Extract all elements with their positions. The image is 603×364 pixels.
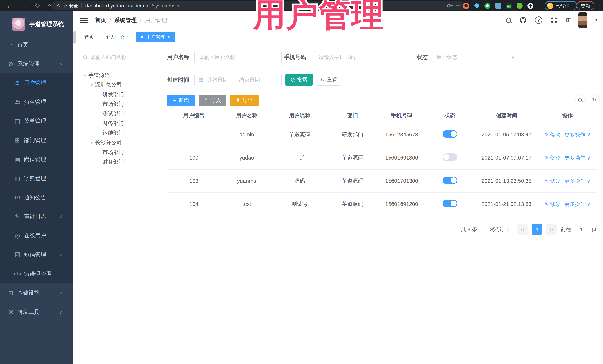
update-button[interactable]: 更新 — [577, 1, 594, 10]
search-button[interactable]: 搜索 — [285, 74, 313, 86]
breadcrumb-separator: / — [109, 17, 111, 23]
status-toggle[interactable] — [442, 177, 457, 184]
more-actions-link[interactable]: 更多操作∨ — [564, 131, 591, 138]
more-actions-link[interactable]: 更多操作∨ — [564, 177, 591, 185]
fullscreen-icon[interactable] — [550, 17, 557, 24]
back-icon[interactable]: ← — [6, 2, 13, 10]
bookmark-star-icon[interactable]: ☆ — [455, 3, 461, 9]
status-toggle[interactable] — [442, 200, 457, 207]
import-button[interactable]: ⇧ 导入 — [199, 95, 226, 106]
sidebar-item-online[interactable]: ◎在线用户 — [0, 226, 73, 245]
more-actions-link[interactable]: 更多操作∨ — [564, 154, 591, 161]
collapse-sidebar-icon[interactable] — [80, 17, 88, 24]
edit-link[interactable]: ✎修改 — [544, 177, 560, 185]
status-select[interactable]: 用户状态 ∨ — [432, 51, 519, 63]
edit-link[interactable]: ✎修改 — [544, 201, 560, 208]
tree-node[interactable]: 财务部门 — [73, 157, 160, 167]
extension-grid-icon[interactable] — [495, 3, 501, 9]
sidebar-item-audit[interactable]: ✎审计日志∨ — [0, 207, 73, 226]
status-toggle[interactable] — [442, 130, 457, 138]
sidebar-item-user[interactable]: 用户管理 — [0, 73, 73, 92]
reset-button[interactable]: ↻ 重置 — [316, 74, 341, 86]
reload-icon[interactable]: ↻ — [35, 2, 40, 10]
address-bar[interactable]: ⚠ 不安全 dashboard.yudao.iocoder.cn /system… — [51, 1, 465, 10]
extensions-puzzle-icon[interactable] — [527, 3, 533, 9]
profile-paused-pill[interactable]: 已暂停 — [545, 1, 577, 10]
sidebar-scrollbar[interactable] — [73, 31, 76, 44]
prev-page-button[interactable]: < — [517, 224, 528, 235]
username-input[interactable] — [199, 54, 277, 60]
chevron-down-icon: ∨ — [587, 132, 591, 138]
extension-orange-icon[interactable] — [463, 3, 469, 9]
edit-icon: ✎ — [544, 201, 548, 207]
github-icon[interactable] — [519, 16, 527, 24]
sidebar-item-label: 研发工具 — [17, 308, 39, 316]
logo-row[interactable]: 芋道管理系统 — [0, 11, 73, 33]
tree-node[interactable]: ▾长沙分公司 — [73, 138, 160, 147]
add-button[interactable]: + 新增 — [167, 95, 195, 106]
sidebar-item-post[interactable]: ▣岗位管理 — [0, 150, 73, 169]
page-size-select[interactable]: 10条/页 ∨ — [481, 224, 513, 235]
refresh-table-button[interactable]: ↻ — [589, 94, 600, 105]
sidebar-item-role[interactable]: 角色管理 — [0, 92, 73, 111]
export-button[interactable]: ⇩ 导出 — [230, 95, 259, 106]
more-actions-link[interactable]: 更多操作∨ — [564, 201, 591, 208]
page-number-button[interactable]: 1 — [532, 224, 542, 235]
breadcrumb-home[interactable]: 首页 — [95, 16, 106, 24]
update-label: 更新 — [580, 2, 591, 9]
sidebar-item-notice[interactable]: ✉通知公告 — [0, 188, 73, 207]
tab-2[interactable]: 个人中心× — [101, 32, 134, 42]
tree-node[interactable]: 研发部门 — [73, 90, 160, 99]
tree-node[interactable]: 测试部门 — [73, 109, 160, 119]
font-size-icon[interactable]: tT — [566, 17, 570, 23]
row-actions: ✎修改更多操作∨ — [538, 131, 597, 138]
extension-leaf-icon[interactable] — [517, 3, 523, 9]
extension-gem-icon[interactable] — [474, 3, 480, 9]
sidebar-item-devtools[interactable]: ⚒研发工具∨ — [0, 302, 73, 321]
mobile-label: 手机号码 — [284, 51, 306, 63]
sidebar-item-infra[interactable]: ⊡基础设施∨ — [0, 283, 73, 302]
status-toggle[interactable] — [442, 154, 457, 161]
sidebar-item-dict[interactable]: ▥字典管理 — [0, 169, 73, 188]
tree-node[interactable]: ▾芋道源码 — [73, 70, 160, 80]
browser-menu-icon[interactable]: ⋮ — [597, 3, 603, 10]
edit-link[interactable]: ✎修改 — [544, 131, 560, 138]
extension-switch-icon[interactable] — [506, 3, 512, 9]
show-search-button[interactable] — [574, 94, 586, 105]
next-page-button[interactable]: > — [546, 224, 557, 235]
goto-page-input[interactable] — [575, 224, 587, 235]
help-icon[interactable]: ? — [535, 16, 542, 24]
sidebar-item-system[interactable]: ⚙系统管理∧ — [0, 54, 73, 73]
date-range-picker[interactable]: ▦ 开始日期 - 结束日期 — [195, 74, 282, 86]
breadcrumb-system[interactable]: 系统管理 — [114, 16, 137, 24]
tree-node[interactable]: 市场部门 — [73, 147, 160, 157]
column-header: 创建时间 — [475, 112, 538, 119]
extension-green-icon[interactable] — [485, 3, 490, 9]
sidebar-item-menu[interactable]: ▤菜单管理 — [0, 111, 73, 131]
avatar-caret-icon[interactable]: ▾ — [595, 18, 597, 22]
sidebar-item-errcode[interactable]: </>错误码管理 — [0, 264, 73, 283]
edit-link[interactable]: ✎修改 — [544, 154, 560, 161]
chevron-down-icon: ∨ — [587, 155, 591, 161]
tab-1[interactable]: 首页 — [80, 32, 99, 42]
close-icon[interactable]: × — [168, 34, 171, 40]
sidebar-item-sms[interactable]: ☑短信管理∨ — [0, 245, 73, 264]
sidebar-item-home[interactable]: ◔首页 — [0, 35, 73, 54]
user-avatar[interactable] — [578, 12, 587, 28]
tree-node[interactable]: 运维部门 — [73, 128, 160, 138]
dashboard-icon: ◔ — [7, 41, 15, 48]
tree-node[interactable]: 市场部门 — [73, 99, 160, 109]
sidebar-item-dept[interactable]: ⊞部门管理 — [0, 131, 73, 150]
security-label[interactable]: 不安全 — [64, 3, 78, 9]
tree-node[interactable]: 财务部门 — [73, 119, 160, 128]
home-icon[interactable]: ⌂ — [47, 2, 52, 10]
close-icon[interactable]: × — [127, 34, 130, 40]
key-icon[interactable] — [447, 4, 450, 7]
forward-icon[interactable]: → — [20, 2, 27, 10]
search-icon[interactable] — [506, 18, 511, 23]
tab-3[interactable]: 用户管理× — [136, 32, 175, 42]
mobile-input[interactable] — [318, 54, 397, 60]
edit-label: 修改 — [550, 201, 560, 208]
tree-node[interactable]: ▾深圳总公司 — [73, 80, 160, 90]
dept-search-input[interactable] — [90, 54, 157, 60]
